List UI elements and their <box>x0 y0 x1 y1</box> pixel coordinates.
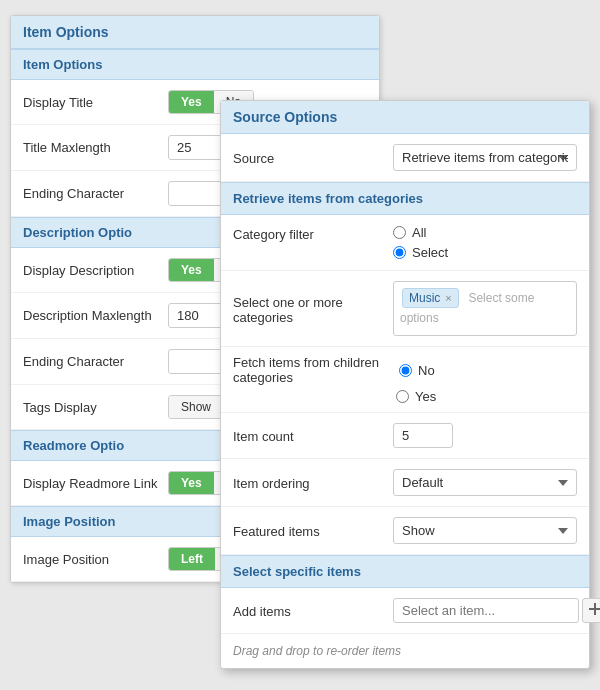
add-items-icon <box>589 603 600 615</box>
source-options-card: Source Options Source Retrieve items fro… <box>220 100 590 669</box>
item-count-label: Item count <box>233 427 393 444</box>
ending-char2-label: Ending Character <box>23 354 168 369</box>
music-tag-remove[interactable]: × <box>445 292 451 304</box>
source-options-title: Source Options <box>221 101 589 134</box>
item-count-row: Item count <box>221 413 589 459</box>
source-select[interactable]: Retrieve items from categories Select sp… <box>393 144 577 171</box>
fetch-no-label: No <box>418 363 435 378</box>
category-filter-label: Category filter <box>233 225 393 242</box>
fetch-label: Fetch items from children categories <box>233 355 393 385</box>
display-desc-yes-btn[interactable]: Yes <box>169 259 214 281</box>
featured-items-select[interactable]: Show Hide Only <box>393 517 577 544</box>
featured-items-field: Show Hide Only <box>393 517 577 544</box>
ending-char-label: Ending Character <box>23 186 168 201</box>
add-items-row: Add items <box>221 588 589 634</box>
music-tag: Music × <box>402 288 459 308</box>
source-label: Source <box>233 149 393 166</box>
item-count-field <box>393 423 577 448</box>
select-categories-field: Music × Select some options <box>393 281 577 336</box>
item-ordering-label: Item ordering <box>233 474 393 491</box>
category-filter-row: Category filter All Select <box>221 215 589 271</box>
fetch-row: Fetch items from children categories No … <box>221 347 589 413</box>
svg-rect-1 <box>589 608 600 610</box>
tags-show-btn[interactable]: Show <box>169 396 223 418</box>
category-filter-radio-group: All Select <box>393 225 577 260</box>
image-position-label: Image Position <box>23 552 168 567</box>
category-all-radio[interactable] <box>393 226 406 239</box>
fetch-yes-label: Yes <box>415 389 436 404</box>
add-items-input[interactable] <box>393 598 579 623</box>
add-items-btn[interactable] <box>582 598 600 623</box>
tag-input[interactable]: Music × Select some options <box>393 281 577 336</box>
image-left-btn[interactable]: Left <box>169 548 215 570</box>
item-options-title: Item Options <box>11 16 379 49</box>
retrieve-banner: Retrieve items from categories <box>221 182 589 215</box>
select-specific-banner: Select specific items <box>221 555 589 588</box>
drag-note: Drag and drop to re-order items <box>221 634 589 668</box>
item-ordering-row: Item ordering Default Date Title <box>221 459 589 507</box>
display-title-yes-btn[interactable]: Yes <box>169 91 214 113</box>
select-categories-row: Select one or more categories Music × Se… <box>221 271 589 347</box>
title-maxlength-label: Title Maxlength <box>23 140 168 155</box>
readmore-yes-btn[interactable]: Yes <box>169 472 214 494</box>
fetch-label-row: Fetch items from children categories No <box>233 355 577 385</box>
item-ordering-field: Default Date Title <box>393 469 577 496</box>
source-field: Retrieve items from categories Select sp… <box>393 144 577 171</box>
fetch-no-radio[interactable] <box>399 364 412 377</box>
item-ordering-select[interactable]: Default Date Title <box>393 469 577 496</box>
item-options-section-header: Item Options <box>11 49 379 80</box>
display-readmore-label: Display Readmore Link <box>23 476 168 491</box>
fetch-no-option[interactable]: No <box>399 363 435 378</box>
category-select-label: Select <box>412 245 448 260</box>
category-select-option[interactable]: Select <box>393 245 577 260</box>
display-title-label: Display Title <box>23 95 168 110</box>
music-tag-label: Music <box>409 291 440 305</box>
desc-maxlength-label: Description Maxlength <box>23 308 168 323</box>
source-row: Source Retrieve items from categories Se… <box>221 134 589 182</box>
category-all-option[interactable]: All <box>393 225 577 240</box>
item-count-input[interactable] <box>393 423 453 448</box>
tags-display-label: Tags Display <box>23 400 168 415</box>
display-desc-label: Display Description <box>23 263 168 278</box>
featured-items-row: Featured items Show Hide Only <box>221 507 589 555</box>
category-filter-field: All Select <box>393 225 577 260</box>
add-items-label: Add items <box>233 602 393 619</box>
select-categories-label: Select one or more categories <box>233 293 393 325</box>
category-all-label: All <box>412 225 426 240</box>
fetch-yes-option[interactable]: Yes <box>396 389 577 404</box>
fetch-yes-radio[interactable] <box>396 390 409 403</box>
category-select-radio[interactable] <box>393 246 406 259</box>
featured-items-label: Featured items <box>233 522 393 539</box>
add-items-field <box>393 598 600 623</box>
